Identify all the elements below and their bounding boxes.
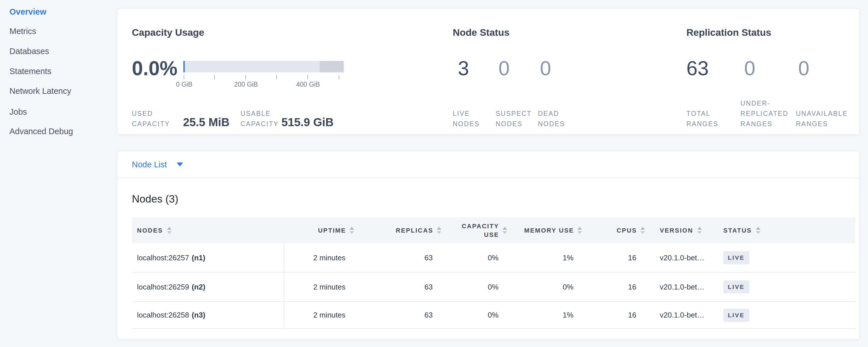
- node-address: localhost:26257: [137, 253, 189, 262]
- column-header-cpus[interactable]: CPUS: [578, 217, 641, 244]
- version-cell: v20.1.0-bet…: [641, 302, 721, 328]
- table-row-node-n2[interactable]: localhost:26259 (n2) 2 minutes 63 0% 0% …: [132, 273, 856, 302]
- column-header-cpus-label: CPUS: [617, 227, 637, 234]
- node-address: localhost:26258: [137, 311, 189, 319]
- usable-capacity-value: 515.9 GiB: [281, 116, 334, 128]
- column-header-uptime[interactable]: UPTIME: [284, 217, 350, 244]
- capacity-usage-section: Capacity Usage 0.0% 0 GiB 200 GiB 400 Gi…: [132, 9, 361, 134]
- used-capacity-label: USED CAPACITY: [132, 108, 183, 129]
- node-id: (n2): [192, 283, 205, 291]
- column-header-version[interactable]: VERSION: [641, 217, 721, 244]
- node-list-card: Node List Nodes (3) NODES UPTIME REPLICA…: [117, 151, 860, 339]
- column-header-version-label: VERSION: [660, 227, 693, 234]
- node-id: (n1): [192, 253, 205, 262]
- node-list-dropdown-label[interactable]: Node List: [132, 160, 167, 169]
- replication-status-section: Replication Status 63 0 0 TOTAL RANGES U…: [686, 9, 860, 134]
- column-header-capacity-use-label: CAPACITY USE: [459, 222, 499, 239]
- sidebar-item-network-latency[interactable]: Network Latency: [9, 86, 71, 96]
- used-capacity-value: 25.5 MiB: [183, 116, 241, 128]
- nodes-table: NODES UPTIME REPLICAS CAPACITY USE MEMOR…: [132, 217, 856, 329]
- node-id: (n3): [192, 311, 205, 319]
- axis-label-200gib: 200 GiB: [234, 81, 258, 88]
- replicas-cell: 63: [350, 273, 437, 301]
- cpus-cell: 16: [578, 302, 641, 328]
- column-header-uptime-label: UPTIME: [318, 227, 346, 234]
- status-badge: LIVE: [723, 309, 749, 322]
- status-cell: LIVE: [721, 273, 856, 301]
- column-header-capacity-use[interactable]: CAPACITY USE: [437, 217, 503, 244]
- capacity-bar-used-segment: [183, 61, 185, 72]
- sidebar-item-metrics[interactable]: Metrics: [9, 27, 36, 36]
- nodes-section-title: Nodes (3): [132, 193, 178, 205]
- capacity-bar-other-apps-segment: [320, 61, 344, 72]
- node-list-view-dropdown[interactable]: Node List: [118, 151, 859, 178]
- column-header-nodes-label: NODES: [137, 227, 163, 234]
- sidebar-item-advanced-debug[interactable]: Advanced Debug: [9, 127, 73, 136]
- sidebar-item-overview[interactable]: Overview: [9, 7, 46, 17]
- live-nodes-count: 3: [458, 58, 498, 79]
- sidebar-item-jobs[interactable]: Jobs: [9, 107, 27, 117]
- axis-label-400gib: 400 GiB: [296, 81, 320, 88]
- unavailable-ranges-count: 0: [798, 58, 809, 79]
- column-header-status[interactable]: STATUS: [721, 217, 856, 244]
- sort-icon[interactable]: [697, 227, 702, 234]
- chevron-down-icon: [177, 162, 183, 166]
- capacity-use-cell: 0%: [437, 273, 503, 301]
- capacity-bar-usable-segment: [183, 61, 320, 72]
- status-badge: LIVE: [723, 251, 749, 264]
- unavailable-ranges-label: UNAVAILABLE RANGES: [796, 108, 856, 129]
- sidebar-item-databases[interactable]: Databases: [9, 46, 49, 56]
- column-header-nodes[interactable]: NODES: [132, 217, 284, 244]
- node-status-section: Node Status 3 0 0 LIVE NODES SUSPECT NOD…: [453, 9, 636, 134]
- live-nodes-label: LIVE NODES: [453, 108, 496, 129]
- column-header-memory-use-label: MEMORY USE: [524, 227, 574, 234]
- capacity-axis-ticks: [183, 75, 344, 79]
- column-header-memory-use[interactable]: MEMORY USE: [503, 217, 578, 244]
- version-cell: v20.1.0-bet…: [641, 273, 721, 301]
- nodes-table-header-row: NODES UPTIME REPLICAS CAPACITY USE MEMOR…: [132, 217, 856, 244]
- node-address-cell[interactable]: localhost:26259 (n2): [132, 273, 284, 301]
- replicas-cell: 63: [350, 244, 437, 272]
- capacity-use-cell: 0%: [437, 244, 503, 272]
- replication-status-title: Replication Status: [686, 27, 771, 38]
- total-ranges-count: 63: [686, 58, 744, 79]
- sort-icon[interactable]: [167, 227, 172, 234]
- node-address-cell[interactable]: localhost:26258 (n3): [132, 302, 284, 328]
- cpus-cell: 16: [578, 273, 641, 301]
- capacity-usage-title: Capacity Usage: [132, 27, 204, 38]
- node-address-cell[interactable]: localhost:26257 (n1): [132, 244, 284, 272]
- sort-icon[interactable]: [756, 227, 761, 234]
- capacity-use-cell: 0%: [437, 302, 503, 328]
- node-status-title: Node Status: [453, 27, 509, 38]
- usable-capacity-label: USABLE CAPACITY: [241, 108, 281, 129]
- dead-nodes-count: 0: [540, 58, 551, 79]
- uptime-cell: 2 minutes: [284, 302, 350, 328]
- table-row-node-n1[interactable]: localhost:26257 (n1) 2 minutes 63 0% 1% …: [132, 244, 856, 273]
- version-cell: v20.1.0-bet…: [641, 244, 721, 272]
- memory-use-cell: 0%: [503, 273, 578, 301]
- replicas-cell: 63: [350, 302, 437, 328]
- under-replicated-ranges-count: 0: [744, 58, 798, 79]
- axis-label-0gib: 0 GiB: [176, 81, 192, 88]
- column-header-replicas-label: REPLICAS: [396, 227, 433, 234]
- memory-use-cell: 1%: [503, 244, 578, 272]
- suspect-nodes-label: SUSPECT NODES: [496, 108, 538, 129]
- suspect-nodes-count: 0: [498, 58, 540, 79]
- table-row-node-n3[interactable]: localhost:26258 (n3) 2 minutes 63 0% 1% …: [132, 302, 856, 329]
- total-ranges-label: TOTAL RANGES: [686, 108, 740, 129]
- column-header-replicas[interactable]: REPLICAS: [350, 217, 437, 244]
- status-badge: LIVE: [723, 280, 749, 293]
- cluster-overview-card: Capacity Usage 0.0% 0 GiB 200 GiB 400 Gi…: [117, 8, 860, 134]
- sidebar-item-statements[interactable]: Statements: [9, 67, 52, 76]
- capacity-stats: USED CAPACITY 25.5 MiB USABLE CAPACITY 5…: [132, 95, 334, 129]
- status-cell: LIVE: [721, 302, 856, 328]
- column-header-status-label: STATUS: [723, 227, 752, 234]
- status-cell: LIVE: [721, 244, 856, 272]
- capacity-bar-chart: 0 GiB 200 GiB 400 GiB: [183, 61, 344, 89]
- memory-use-cell: 1%: [503, 302, 578, 328]
- capacity-used-percent: 0.0%: [132, 58, 178, 79]
- node-address: localhost:26259: [137, 283, 189, 291]
- uptime-cell: 2 minutes: [284, 273, 350, 301]
- capacity-axis-labels: 0 GiB 200 GiB 400 GiB: [183, 81, 344, 89]
- cpus-cell: 16: [578, 244, 641, 272]
